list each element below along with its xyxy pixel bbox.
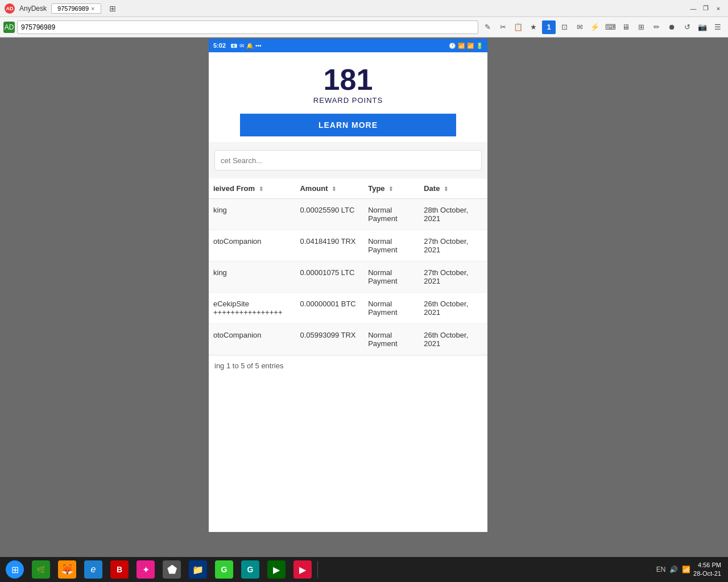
- cell-date-2: 27th October, 2021: [419, 261, 487, 293]
- minimize-btn[interactable]: —: [688, 3, 698, 14]
- addressbar: AD ✎ ✂ 📋 ★ 1 ⊡ ✉ ⚡ ⌨ 🖥 ⊞ ✏ ⏺ ↺ 📷 ☰: [0, 17, 728, 38]
- bolt-icon[interactable]: ⚡: [588, 20, 602, 34]
- start-icon: ⊞: [6, 560, 24, 579]
- app-name: AnyDesk: [19, 5, 47, 13]
- reward-points-label: REWARD POINTS: [214, 96, 482, 105]
- taskbar-app8[interactable]: G: [212, 558, 237, 581]
- titlebar-tab[interactable]: 975796989 ×: [51, 3, 101, 14]
- col-header-type[interactable]: Type ⇕: [363, 178, 419, 199]
- col-header-received[interactable]: ieived From ⇕: [209, 178, 295, 199]
- transactions-table-container: ieived From ⇕ Amount ⇕ Type ⇕ Date ⇕: [209, 178, 487, 355]
- star-icon[interactable]: ★: [527, 20, 540, 34]
- table-row: king 0.00001075 LTC Normal Payment 27th …: [209, 261, 487, 293]
- taskbar-sep: [317, 561, 318, 578]
- phone-frame: 5:02 📧 ✉ 🔔 ••• 🕐 📶 📶 🔋 181 REWARD POINTS…: [209, 39, 487, 532]
- taskbar-app1[interactable]: 🌿: [28, 558, 53, 581]
- grid-icon[interactable]: ⊞: [634, 20, 648, 34]
- cell-amount-3: 0.00000001 BTC: [295, 293, 363, 324]
- sort-received-icon: ⇕: [259, 186, 263, 192]
- cell-received-2: king: [209, 261, 295, 293]
- cell-date-0: 28th October, 2021: [419, 199, 487, 230]
- sort-amount-icon: ⇕: [332, 186, 336, 192]
- app11-icon: ▶: [293, 560, 312, 579]
- volume-icon: 🔊: [668, 564, 679, 575]
- lang-indicator: EN: [656, 564, 666, 575]
- search-section: [209, 142, 487, 178]
- cell-amount-4: 0.05993099 TRX: [295, 324, 363, 355]
- taskbar-files[interactable]: 📁: [185, 558, 210, 581]
- transactions-table: ieived From ⇕ Amount ⇕ Type ⇕ Date ⇕: [209, 178, 487, 355]
- cell-received-0: king: [209, 199, 295, 230]
- app1-icon: 🌿: [32, 560, 50, 579]
- screenshot-icon[interactable]: 📷: [696, 20, 709, 34]
- learn-more-button[interactable]: LEARN MORE: [240, 114, 456, 136]
- cell-date-4: 26th October, 2021: [419, 324, 487, 355]
- cell-type-1: Normal Payment: [363, 230, 419, 261]
- start-button[interactable]: ⊞: [2, 558, 27, 581]
- table-row: king 0.00025590 LTC Normal Payment 28th …: [209, 199, 487, 230]
- taskbar-ie[interactable]: e: [81, 558, 106, 581]
- col-header-amount[interactable]: Amount ⇕: [295, 178, 363, 199]
- close-btn[interactable]: ×: [713, 3, 723, 14]
- cell-type-4: Normal Payment: [363, 324, 419, 355]
- taskbar-bottom: ⊞ 🌿 🦊 e B ✦ ⬟ 📁 G G ▶ ▶ EN 🔊 📶 4:56: [0, 557, 728, 582]
- sort-date-icon: ⇕: [444, 186, 448, 192]
- pen-icon[interactable]: ✏: [650, 20, 663, 34]
- table-row: eCekipSite ++++++++++++++++ 0.00000001 B…: [209, 293, 487, 324]
- cell-date-1: 27th October, 2021: [419, 230, 487, 261]
- cell-amount-2: 0.00001075 LTC: [295, 261, 363, 293]
- anydesk-addr-icon: AD: [3, 22, 15, 33]
- maximize-btn[interactable]: ❐: [701, 3, 711, 14]
- tab-title: 975796989: [57, 5, 89, 12]
- entries-text: ing 1 to 5 of 5 entries: [209, 355, 487, 376]
- history-icon[interactable]: ↺: [680, 20, 694, 34]
- new-window-icon[interactable]: ⊡: [557, 20, 571, 34]
- reward-section: 181 REWARD POINTS LEARN MORE: [209, 52, 487, 142]
- cell-date-3: 26th October, 2021: [419, 293, 487, 324]
- cell-received-1: otoCompanion: [209, 230, 295, 261]
- cut-icon[interactable]: ✂: [496, 20, 510, 34]
- col-header-date[interactable]: Date ⇕: [419, 178, 487, 199]
- status-left-icons: 📧 ✉ 🔔 •••: [230, 43, 262, 49]
- taskbar-clock: 4:56 PM 28-Oct-21: [693, 561, 721, 579]
- search-input[interactable]: [214, 150, 482, 171]
- taskbar-app11[interactable]: ▶: [290, 558, 315, 581]
- status-time: 5:02: [213, 42, 226, 49]
- addr-toolbar: ✎ ✂ 📋 ★ 1 ⊡ ✉ ⚡ ⌨ 🖥 ⊞ ✏ ⏺ ↺ 📷 ☰: [481, 20, 725, 34]
- sort-type-icon: ⇕: [388, 186, 393, 192]
- cell-amount-0: 0.00025590 LTC: [295, 199, 363, 230]
- window-controls: — ❐ ×: [688, 3, 723, 14]
- app10-icon: ▶: [267, 560, 286, 579]
- number-1-badge[interactable]: 1: [542, 20, 556, 34]
- clock-date: 28-Oct-21: [693, 569, 721, 578]
- cell-received-4: otoCompanion: [209, 324, 295, 355]
- titlebar: AD AnyDesk 975796989 × ⊞ — ❐ ×: [0, 0, 728, 17]
- reward-points-number: 181: [214, 64, 482, 96]
- app5-icon: ✦: [136, 560, 155, 579]
- taskbar-brave[interactable]: B: [107, 558, 132, 581]
- anydesk-logo: AD: [5, 3, 15, 14]
- taskbar-app10[interactable]: ▶: [264, 558, 289, 581]
- cell-type-2: Normal Payment: [363, 261, 419, 293]
- menu-icon[interactable]: ☰: [711, 20, 725, 34]
- firefox-icon: 🦊: [58, 560, 76, 579]
- new-tab-btn[interactable]: ⊞: [106, 2, 119, 15]
- cell-type-3: Normal Payment: [363, 293, 419, 324]
- keyboard-icon[interactable]: ⌨: [603, 20, 617, 34]
- clipboard-icon[interactable]: 📋: [511, 20, 525, 34]
- taskbar-firefox[interactable]: 🦊: [55, 558, 80, 581]
- files-icon: 📁: [189, 560, 207, 579]
- cell-received-3: eCekipSite ++++++++++++++++: [209, 293, 295, 324]
- table-row: otoCompanion 0.05993099 TRX Normal Payme…: [209, 324, 487, 355]
- monitor-icon[interactable]: 🖥: [619, 20, 632, 34]
- taskbar-app9[interactable]: G: [238, 558, 263, 581]
- clock-time: 4:56 PM: [693, 561, 721, 569]
- table-row: otoCompanion 0.04184190 TRX Normal Payme…: [209, 230, 487, 261]
- record-icon[interactable]: ⏺: [665, 20, 679, 34]
- edit-icon[interactable]: ✎: [481, 20, 494, 34]
- chat-icon[interactable]: ✉: [573, 20, 586, 34]
- taskbar-app6[interactable]: ⬟: [159, 558, 184, 581]
- taskbar-app5[interactable]: ✦: [133, 558, 158, 581]
- address-input[interactable]: [17, 20, 478, 34]
- tab-close-btn[interactable]: ×: [91, 5, 94, 12]
